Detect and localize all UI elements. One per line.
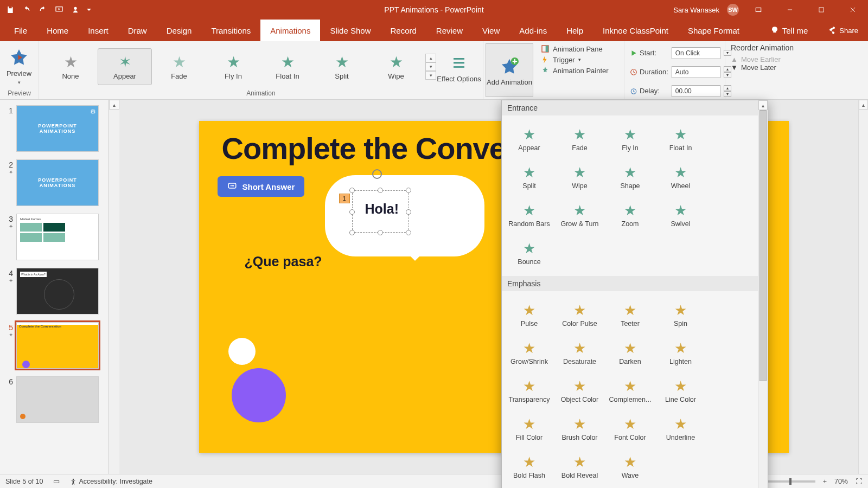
user-avatar[interactable]: SW bbox=[727, 4, 739, 16]
entrance-effect-item[interactable]: ★Shape bbox=[605, 158, 655, 196]
slide-count[interactable]: Slide 5 of 10 bbox=[5, 478, 43, 485]
canvas-vscrollbar[interactable]: ▴ bbox=[858, 100, 868, 474]
start-value[interactable]: On Click bbox=[672, 47, 720, 59]
short-answer-button[interactable]: Short Answer bbox=[218, 176, 305, 197]
animation-pane-button[interactable]: Animation Pane bbox=[541, 44, 618, 53]
notes-icon[interactable]: ▭ bbox=[53, 477, 60, 485]
entrance-effect-item[interactable]: ★Bounce bbox=[504, 234, 554, 272]
slide-title-text[interactable]: Complete the Conversa bbox=[222, 131, 550, 166]
tab-slideshow[interactable]: Slide Show bbox=[320, 20, 380, 41]
anim-fade[interactable]: ★Fade bbox=[152, 48, 206, 85]
entrance-effect-item[interactable]: ★Fly In bbox=[605, 120, 655, 158]
share-button[interactable]: Share bbox=[818, 20, 868, 41]
customize-qat-icon[interactable] bbox=[85, 3, 93, 17]
minimize-icon[interactable] bbox=[778, 0, 802, 20]
emphasis-effect-item[interactable]: ★Bold Reveal bbox=[554, 447, 605, 485]
tell-me-search[interactable]: Tell me bbox=[761, 20, 818, 41]
emphasis-effect-item[interactable]: ★Desaturate bbox=[554, 333, 605, 371]
emphasis-effect-item[interactable]: ★Teeter bbox=[605, 296, 655, 333]
emphasis-effect-item[interactable]: ★Transparency bbox=[504, 371, 554, 409]
tab-file[interactable]: File bbox=[4, 20, 37, 41]
emphasis-effect-item[interactable]: ★Lighten bbox=[655, 333, 706, 371]
gallery-expand[interactable]: ▾ bbox=[425, 71, 436, 80]
entrance-effect-item[interactable]: ★Wheel bbox=[655, 158, 706, 196]
scroll-up-icon[interactable]: ▴ bbox=[758, 100, 768, 110]
white-circle-shape[interactable] bbox=[228, 338, 256, 365]
tab-help[interactable]: Help bbox=[557, 20, 593, 41]
effect-options-button[interactable]: Effect Options bbox=[436, 50, 482, 83]
anim-split[interactable]: ★Split bbox=[315, 48, 369, 85]
accessibility-status[interactable]: Accessibility: Investigate bbox=[69, 478, 152, 485]
undo-icon[interactable] bbox=[20, 3, 34, 17]
scroll-up-icon[interactable]: ▴ bbox=[859, 100, 868, 110]
emphasis-effect-item[interactable]: ★Fill Color bbox=[504, 409, 554, 447]
slide-thumbnail-5[interactable]: Complete the Conversation bbox=[16, 322, 99, 369]
purple-circle-shape[interactable] bbox=[232, 368, 286, 422]
emphasis-effect-item[interactable]: ★Bold Flash bbox=[504, 447, 554, 485]
animation-order-tag[interactable]: 1 bbox=[339, 194, 350, 203]
slide-thumbnail-2[interactable]: POWERPOINTANIMATIONS bbox=[16, 159, 99, 206]
scrollbar-thumb[interactable] bbox=[760, 110, 767, 381]
anim-wipe[interactable]: ★Wipe bbox=[369, 48, 423, 85]
entrance-effect-item[interactable]: ★Swivel bbox=[655, 196, 706, 234]
hola-text[interactable]: Hola! bbox=[365, 201, 399, 217]
entrance-effect-item[interactable]: ★Random Bars bbox=[504, 196, 554, 234]
dropdown-scrollbar[interactable]: ▴ ▾ bbox=[758, 100, 768, 488]
slide-thumbnail-3[interactable]: Market Forces bbox=[16, 214, 99, 260]
close-icon[interactable] bbox=[841, 0, 865, 20]
anim-none[interactable]: ★None bbox=[43, 48, 98, 85]
slide-thumbnail-1[interactable]: POWERPOINTANIMATIONS⚙ bbox=[16, 105, 99, 152]
tab-draw[interactable]: Draw bbox=[118, 20, 157, 41]
save-icon[interactable] bbox=[3, 3, 17, 17]
tab-home[interactable]: Home bbox=[37, 20, 78, 41]
emphasis-effect-item[interactable]: ★Object Color bbox=[554, 371, 605, 409]
redo-icon[interactable] bbox=[36, 3, 50, 17]
tab-view[interactable]: View bbox=[473, 20, 509, 41]
emphasis-effect-item[interactable]: ★Underline bbox=[655, 409, 706, 447]
tab-design[interactable]: Design bbox=[157, 20, 202, 41]
zoom-slider[interactable] bbox=[763, 480, 815, 483]
entrance-effect-item[interactable]: ★Fade bbox=[554, 120, 605, 158]
emphasis-effect-item[interactable]: ★Line Color bbox=[655, 371, 706, 409]
thumbnail-scrollbar[interactable]: ▴ bbox=[108, 100, 119, 474]
touch-mouse-mode-icon[interactable] bbox=[68, 3, 82, 17]
trigger-button[interactable]: Trigger▾ bbox=[541, 55, 618, 64]
gallery-scroll-up[interactable]: ▴ bbox=[425, 54, 436, 62]
add-animation-button[interactable]: Add Animation bbox=[486, 43, 533, 97]
tab-record[interactable]: Record bbox=[380, 20, 426, 41]
entrance-effect-item[interactable]: ★Float In bbox=[655, 120, 706, 158]
entrance-effect-item[interactable]: ★Split bbox=[504, 158, 554, 196]
gallery-scroll-down[interactable]: ▾ bbox=[425, 62, 436, 71]
tab-animations[interactable]: Animations bbox=[260, 20, 320, 41]
anim-floatin[interactable]: ★Float In bbox=[260, 48, 315, 85]
fit-to-window-icon[interactable]: ⛶ bbox=[856, 478, 863, 485]
zoom-in-button[interactable]: + bbox=[823, 478, 827, 485]
tab-review[interactable]: Review bbox=[426, 20, 473, 41]
zoom-level[interactable]: 70% bbox=[834, 478, 848, 485]
slide-thumbnail-4[interactable]: What is in An Atom? bbox=[16, 268, 99, 314]
emphasis-effect-item[interactable]: ★Spin bbox=[655, 296, 706, 333]
tab-transitions[interactable]: Transitions bbox=[201, 20, 260, 41]
ribbon-display-options-icon[interactable] bbox=[746, 0, 770, 20]
entrance-effect-item[interactable]: ★Zoom bbox=[605, 196, 655, 234]
emphasis-effect-item[interactable]: ★Brush Color bbox=[554, 409, 605, 447]
entrance-effect-item[interactable]: ★Grow & Turn bbox=[554, 196, 605, 234]
emphasis-effect-item[interactable]: ★Pulse bbox=[504, 296, 554, 333]
move-later-button[interactable]: ▼Move Later bbox=[731, 63, 863, 72]
emphasis-effect-item[interactable]: ★Color Pulse bbox=[554, 296, 605, 333]
preview-button[interactable]: Preview ▾ bbox=[0, 41, 38, 88]
tab-inknoe[interactable]: Inknoe ClassPoint bbox=[593, 20, 678, 41]
entrance-effect-item[interactable]: ★Wipe bbox=[554, 158, 605, 196]
slide-thumbnail-6[interactable] bbox=[16, 376, 99, 423]
present-from-start-icon[interactable] bbox=[52, 3, 66, 17]
tab-insert[interactable]: Insert bbox=[78, 20, 118, 41]
rotate-handle-icon[interactable] bbox=[371, 168, 384, 181]
emphasis-effect-item[interactable]: ★Grow/Shrink bbox=[504, 333, 554, 371]
emphasis-effect-item[interactable]: ★Font Color bbox=[605, 409, 655, 447]
tab-shape-format[interactable]: Shape Format bbox=[678, 20, 749, 41]
scroll-up-icon[interactable]: ▴ bbox=[109, 100, 119, 110]
que-pasa-text[interactable]: ¿Que pasa? bbox=[245, 254, 322, 269]
emphasis-effect-item[interactable]: ★Darken bbox=[605, 333, 655, 371]
anim-flyin[interactable]: ★Fly In bbox=[206, 48, 260, 85]
entrance-effect-item[interactable]: ★Appear bbox=[504, 120, 554, 158]
